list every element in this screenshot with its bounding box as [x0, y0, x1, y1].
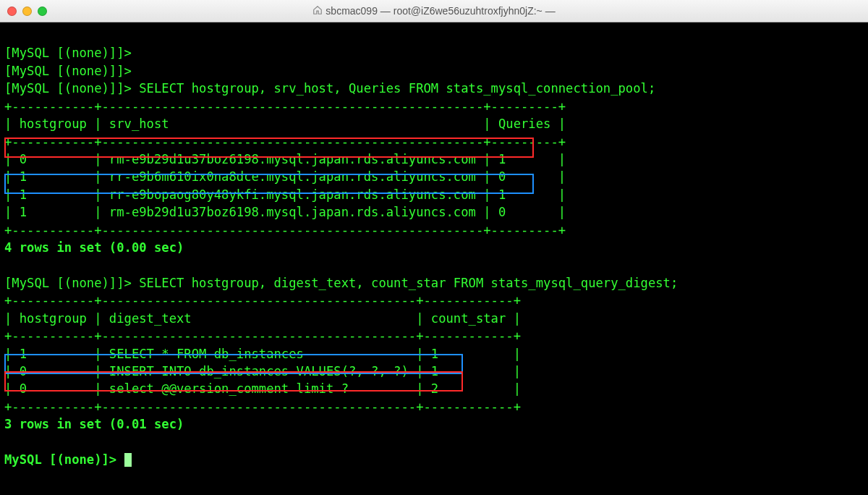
table-separator: +-----------+---------------------------… [4, 135, 566, 149]
mysql-prompt: [MySQL [(none)]]> [4, 276, 139, 290]
table-header: | hostgroup | srv_host | Queries | [4, 117, 566, 131]
window-titlebar: sbcmac099 — root@iZ6we56uzuhtroxfjyhn0jZ… [0, 0, 868, 22]
table-header: | hostgroup | digest_text | count_star | [4, 311, 521, 326]
minimize-icon[interactable] [22, 7, 32, 16]
table-separator: +-----------+---------------------------… [4, 399, 521, 414]
cursor [124, 453, 132, 467]
mysql-prompt: MySQL [(none)]> [4, 452, 124, 467]
traffic-lights [7, 7, 47, 16]
result-summary: 4 rows in set (0.00 sec) [4, 240, 184, 255]
table-row: | 1 | rr-e9bopaog80y48ykfi.mysql.japan.r… [4, 187, 566, 202]
table-separator: +-----------+---------------------------… [4, 223, 566, 237]
window-title: sbcmac099 — root@iZ6we56uzuhtroxfjyhn0jZ… [0, 5, 868, 17]
table-row: | 0 | INSERT INTO db_instances VALUES(?,… [4, 364, 521, 378]
table-row: | 1 | SELECT * FROM db_instances | 1 | [4, 347, 521, 361]
table-separator: +-----------+---------------------------… [4, 293, 521, 308]
table-row: | 1 | rm-e9b29d1u37boz6198.mysql.japan.r… [4, 205, 566, 219]
close-icon[interactable] [7, 7, 17, 16]
table-row: | 0 | rm-e9b29d1u37boz6198.mysql.japan.r… [4, 152, 566, 166]
result-summary: 3 rows in set (0.01 sec) [4, 417, 184, 431]
terminal[interactable]: [MySQL [(none)]]> [MySQL [(none)]]> [MyS… [0, 22, 868, 495]
sql-query: SELECT hostgroup, srv_host, Queries FROM… [139, 81, 655, 96]
table-row: | 0 | select @@version_comment limit ? |… [4, 381, 521, 396]
mysql-prompt: [MySQL [(none)]]> [4, 81, 139, 96]
table-separator: +-----------+---------------------------… [4, 99, 566, 114]
table-row: | 1 | rr-e9b6m610ix0na8dce.mysql.japan.r… [4, 169, 566, 184]
mysql-prompt: [MySQL [(none)]]> [4, 46, 139, 60]
table-separator: +-----------+---------------------------… [4, 329, 521, 343]
sql-query: SELECT hostgroup, digest_text, count_sta… [139, 276, 678, 290]
mysql-prompt: [MySQL [(none)]]> [4, 64, 139, 78]
home-icon [312, 5, 323, 17]
zoom-icon[interactable] [38, 7, 47, 16]
